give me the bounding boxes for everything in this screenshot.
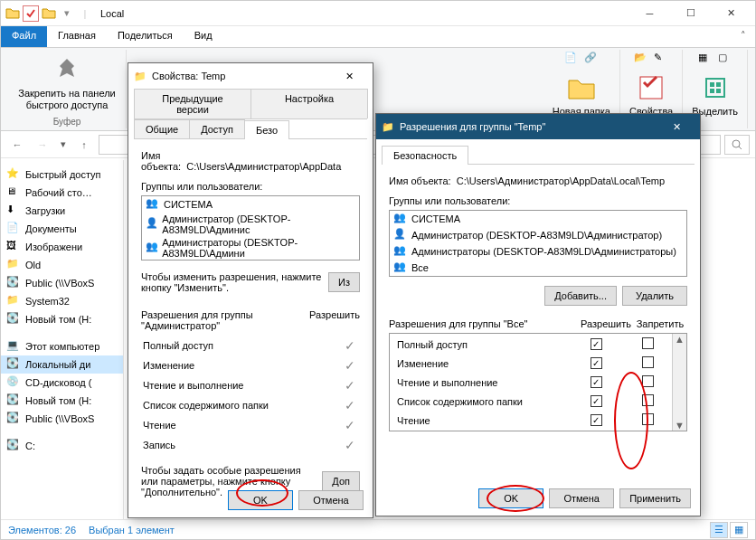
users-list[interactable]: 👥СИСТЕМА 👤Администратор (DESKTOP-A83M9LD…: [141, 195, 360, 261]
up-button[interactable]: ↑: [73, 134, 95, 156]
deny-checkbox[interactable]: [642, 356, 654, 368]
properties-icon[interactable]: [637, 73, 666, 102]
select-none-icon[interactable]: ▢: [718, 52, 732, 66]
list-item[interactable]: 👥Администраторы (DESKTOP-A83M9LD\Админи: [142, 236, 359, 260]
tab-file[interactable]: Файл: [1, 26, 47, 47]
remove-button[interactable]: Удалить: [622, 286, 687, 306]
ok-button[interactable]: OK: [478, 488, 543, 508]
add-button[interactable]: Добавить...: [544, 286, 617, 306]
list-item[interactable]: 👤Администратор (DESKTOP-A83M9LD\Админист…: [390, 227, 686, 243]
nav-system32[interactable]: 📁System32: [1, 292, 123, 310]
minimize-button[interactable]: ─: [629, 1, 670, 26]
list-item[interactable]: 👤Администратор (DESKTOP-A83M9LD\Админис: [142, 213, 359, 236]
new-folder-icon[interactable]: [567, 73, 596, 102]
nav-public2[interactable]: 💽Public (\\VBoxS: [1, 410, 123, 428]
deny-checkbox[interactable]: [642, 375, 654, 387]
edit-hint: Чтобы изменить разрешения, нажмите кнопк…: [141, 271, 323, 293]
select-all-icon[interactable]: ▦: [698, 52, 713, 66]
nav-c[interactable]: 💽C:: [1, 437, 123, 455]
edit-button[interactable]: Из: [328, 272, 360, 292]
tab-sharing[interactable]: Доступ: [189, 119, 245, 138]
svg-point-6: [732, 140, 740, 147]
nav-newvol[interactable]: 💽Новый том (H:: [1, 310, 123, 328]
nav-desktop[interactable]: 🖥Рабочий сто…: [1, 184, 123, 202]
list-item[interactable]: 👥СИСТЕМА: [142, 196, 359, 213]
deny-checkbox[interactable]: [642, 337, 654, 349]
new-item-icon[interactable]: 📄: [564, 52, 579, 66]
pin-icon[interactable]: [52, 55, 81, 84]
close-button[interactable]: ✕: [711, 1, 751, 26]
allow-checkbox[interactable]: [591, 338, 602, 350]
tab-customize[interactable]: Настройка: [250, 89, 368, 118]
select-icon[interactable]: [701, 73, 730, 102]
group-icon: 👥: [393, 261, 408, 275]
list-item[interactable]: 👥Все: [390, 260, 686, 276]
nav-this-pc[interactable]: 💻Этот компьютер: [1, 337, 123, 355]
nav-cd[interactable]: 💿CD-дисковод (: [1, 374, 123, 392]
nav-quick-access[interactable]: ⭐Быстрый доступ: [1, 166, 123, 184]
ribbon-group-clipboard: Закрепить на панели быстрого доступа Буф…: [8, 50, 127, 128]
edit-icon[interactable]: ✎: [654, 52, 668, 66]
allow-checkbox[interactable]: [591, 376, 602, 388]
user-name: Администратор (DESKTOP-A83M9LD\Администр…: [411, 230, 662, 241]
tab-home[interactable]: Главная: [47, 26, 107, 47]
allow-checkbox[interactable]: [591, 414, 602, 426]
icons-view-icon[interactable]: ▦: [730, 522, 748, 538]
nav-pictures[interactable]: 🖼Изображени: [1, 238, 123, 256]
allow-checkbox[interactable]: [591, 357, 602, 369]
deny-checkbox[interactable]: [642, 413, 654, 425]
perm-label: Список содержимого папки: [143, 396, 339, 414]
tab-security[interactable]: Безо: [244, 120, 289, 139]
tab-security[interactable]: Безопасность: [382, 146, 468, 165]
forward-button[interactable]: →: [32, 134, 53, 156]
details-view-icon[interactable]: ☰: [710, 522, 728, 538]
allow-header: Разрешить: [309, 309, 360, 331]
tab-general[interactable]: Общие: [134, 119, 190, 138]
ok-button[interactable]: OK: [228, 490, 293, 510]
list-item[interactable]: 👥СИСТЕМА: [390, 211, 686, 227]
allow-checkbox[interactable]: [591, 395, 602, 407]
qat-check-icon[interactable]: [23, 5, 39, 22]
groups-label: Группы или пользователи:: [141, 181, 360, 192]
scrollbar[interactable]: ▲▼: [672, 334, 686, 431]
nav-local-disk[interactable]: 💽Локальный ди: [1, 355, 123, 374]
back-button[interactable]: ←: [6, 134, 28, 156]
users-list[interactable]: 👥СИСТЕМА 👤Администратор (DESKTOP-A83M9LD…: [389, 210, 687, 277]
nav-label: Новый том (H:: [25, 314, 91, 325]
deny-checkbox[interactable]: [642, 394, 654, 406]
cancel-button[interactable]: Отмена: [549, 488, 614, 508]
cancel-button[interactable]: Отмена: [298, 490, 364, 510]
nav-label: CD-дисковод (: [25, 377, 91, 388]
folder-icon: 📁: [6, 294, 21, 308]
qat: ▾ |: [5, 5, 93, 22]
open-icon[interactable]: 📂: [634, 52, 648, 66]
user-name: Администратор (DESKTOP-A83M9LD\Админис: [162, 213, 355, 235]
list-item[interactable]: 👥Администраторы (DESKTOP-A83M9LD\Админис…: [390, 243, 686, 260]
perm-label: Изменение: [143, 356, 339, 374]
object-row: Имя объекта: C:\Users\Администратор\AppD…: [141, 150, 360, 172]
maximize-button[interactable]: ☐: [670, 1, 711, 26]
close-button[interactable]: ✕: [658, 114, 695, 139]
tab-view[interactable]: Вид: [184, 26, 223, 47]
easy-access-icon[interactable]: 🔗: [584, 52, 599, 66]
nav-label: Public (\\VBoxS: [25, 278, 94, 289]
recent-button[interactable]: ▾: [57, 134, 70, 156]
downloads-icon: ⬇: [6, 204, 21, 218]
tab-previous-versions[interactable]: Предыдущие версии: [134, 89, 251, 118]
divider: |: [77, 5, 93, 22]
folder-icon: 📁: [382, 121, 394, 133]
nav-public[interactable]: 💽Public (\\VBoxS: [1, 274, 123, 292]
dialog-body: Имя объекта: C:\Users\Администратор\AppD…: [376, 165, 700, 439]
apply-button[interactable]: Применить: [619, 488, 691, 508]
nav-newvol2[interactable]: 💽Новый том (H:: [1, 392, 123, 410]
search-box[interactable]: [724, 135, 750, 155]
user-name: Администраторы (DESKTOP-A83M9LD\Админи: [162, 237, 355, 259]
ribbon-toggle-icon[interactable]: ˄: [732, 26, 755, 47]
qat-dropdown-icon[interactable]: ▾: [59, 5, 75, 22]
permissions-table: Полный доступ✓ Изменение✓ Чтение и выпол…: [141, 335, 360, 456]
nav-old[interactable]: 📁Old: [1, 256, 123, 274]
tab-share[interactable]: Поделиться: [107, 26, 184, 47]
nav-downloads[interactable]: ⬇Загрузки: [1, 202, 123, 220]
nav-documents[interactable]: 📄Документы: [1, 220, 123, 238]
close-button[interactable]: ✕: [331, 63, 367, 89]
